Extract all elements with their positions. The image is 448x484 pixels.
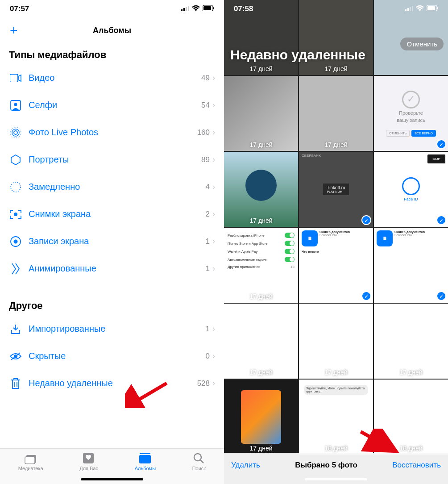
- photo-thumb[interactable]: 📄Сканер документовScanner Pro ✓: [374, 228, 448, 303]
- add-button[interactable]: +: [10, 23, 18, 38]
- row-animated[interactable]: Анимированные 1 ›: [9, 255, 215, 282]
- video-icon: [9, 71, 22, 85]
- chevron-right-icon: ›: [212, 379, 215, 388]
- svg-line-25: [200, 460, 203, 463]
- svg-point-14: [14, 213, 17, 216]
- foryou-icon: [83, 452, 95, 464]
- row-live[interactable]: Фото Live Photos 160 ›: [9, 119, 215, 146]
- chevron-right-icon: ›: [212, 209, 215, 219]
- svg-rect-0: [181, 9, 183, 11]
- battery-icon: [427, 4, 438, 13]
- selfie-icon: [9, 99, 22, 112]
- photo-thumb[interactable]: Разблокировка iPhone iTunes Store и App …: [224, 228, 298, 303]
- battery-icon: [203, 4, 214, 13]
- photo-thumb[interactable]: 17 дней: [224, 152, 298, 227]
- svg-line-27: [134, 383, 167, 402]
- row-recently-deleted[interactable]: Недавно удаленные 528 ›: [9, 370, 215, 397]
- svg-rect-34: [437, 7, 438, 9]
- tab-library[interactable]: Медиатека: [18, 452, 43, 484]
- svg-line-36: [361, 432, 393, 450]
- photo-thumb[interactable]: 📄Сканер документовScanner Pro Что нового…: [299, 228, 373, 303]
- svg-point-13: [11, 182, 21, 192]
- check-icon: ✓: [436, 139, 446, 149]
- animated-icon: [9, 262, 22, 275]
- svg-rect-6: [213, 7, 214, 9]
- svg-rect-29: [407, 8, 409, 11]
- svg-rect-2: [186, 7, 187, 11]
- row-imported[interactable]: Импортированные 1 ›: [9, 315, 215, 342]
- restore-button[interactable]: Восстановить: [392, 461, 441, 470]
- svg-rect-22: [140, 453, 150, 454]
- import-icon: [9, 322, 22, 336]
- svg-rect-33: [427, 6, 435, 10]
- check-icon: ✓: [361, 215, 371, 225]
- status-icons: [181, 4, 214, 13]
- svg-point-16: [14, 239, 18, 243]
- svg-rect-7: [10, 74, 18, 82]
- home-indicator[interactable]: [81, 478, 143, 480]
- photo-thumb[interactable]: 17 дней: [299, 304, 373, 379]
- svg-point-10: [14, 131, 17, 134]
- check-icon: ✓: [436, 291, 446, 301]
- photo-thumb[interactable]: 17 дней: [224, 380, 298, 455]
- photo-thumb[interactable]: МИР Face ID ✓: [374, 152, 448, 227]
- svg-point-24: [194, 454, 201, 461]
- chevron-right-icon: ›: [212, 351, 215, 361]
- section-title-media: Типы медиафайлов: [9, 43, 215, 64]
- tab-search[interactable]: Поиск: [192, 452, 206, 484]
- hidden-icon: [9, 350, 22, 363]
- annotation-arrow: [353, 429, 402, 455]
- svg-rect-20: [25, 457, 35, 464]
- chevron-right-icon: ›: [212, 237, 215, 246]
- row-portrait[interactable]: Портреты 89 ›: [9, 146, 215, 173]
- wifi-icon: [192, 4, 200, 13]
- photo-thumb[interactable]: 17 дней: [299, 76, 373, 151]
- row-selfie[interactable]: Селфи 54 ›: [9, 92, 215, 119]
- chevron-right-icon: ›: [212, 100, 215, 110]
- check-icon: ✓: [361, 291, 371, 301]
- status-time: 07:57: [10, 4, 29, 13]
- home-indicator[interactable]: [305, 478, 367, 480]
- row-screenshot[interactable]: Снимки экрана 2 ›: [9, 200, 215, 228]
- svg-rect-1: [183, 8, 185, 11]
- status-time: 07:58: [234, 4, 253, 13]
- library-icon: [25, 452, 37, 464]
- cancel-button[interactable]: Отменить: [400, 38, 444, 50]
- svg-rect-31: [412, 6, 413, 11]
- chevron-right-icon: ›: [212, 73, 215, 83]
- photo-thumb[interactable]: СБЕРБАНК Tinkoff.ruPLATINUM ✓: [299, 152, 373, 227]
- svg-rect-5: [203, 6, 211, 10]
- row-hidden[interactable]: Скрытые 0 ›: [9, 342, 215, 370]
- photo-thumb[interactable]: 17 дней: [224, 304, 298, 379]
- live-photos-icon: [9, 126, 22, 139]
- nav-header: + Альбомы: [0, 18, 224, 43]
- signal-icon: [181, 4, 189, 13]
- screenshot-icon: [9, 208, 22, 221]
- chevron-right-icon: ›: [212, 324, 215, 334]
- annotation-arrow: [125, 381, 174, 408]
- row-slomo[interactable]: Замедленно 4 ›: [9, 173, 215, 200]
- header-title: Альбомы: [93, 26, 131, 35]
- signal-icon: [405, 4, 413, 13]
- photo-thumb[interactable]: 17 дней: [374, 304, 448, 379]
- albums-icon: [139, 452, 151, 464]
- row-recording[interactable]: Записи экрана 1 ›: [9, 228, 215, 255]
- slomo-icon: [9, 180, 22, 194]
- photo-thumb[interactable]: Проверьте вашу запись ОТМЕНИТЬВСЕ ВЕРНО …: [374, 76, 448, 151]
- chevron-right-icon: ›: [212, 182, 215, 192]
- portrait-icon: [9, 153, 22, 167]
- delete-button[interactable]: Удалить: [231, 461, 260, 470]
- status-icons: [405, 4, 438, 13]
- photo-grid: 17 дней 17 дней 17 дней 17 дней Проверьт…: [224, 0, 448, 453]
- svg-point-9: [14, 103, 17, 106]
- status-bar: 07:57: [0, 0, 224, 18]
- svg-rect-23: [139, 455, 151, 463]
- chevron-right-icon: ›: [212, 155, 215, 164]
- search-icon: [193, 452, 205, 464]
- status-bar: 07:58: [224, 0, 448, 18]
- section-title-other: Другое: [9, 294, 215, 315]
- recording-icon: [9, 235, 22, 248]
- row-video[interactable]: Видео 49 ›: [9, 64, 215, 92]
- photo-thumb[interactable]: 17 дней: [224, 76, 298, 151]
- svg-rect-28: [405, 9, 407, 11]
